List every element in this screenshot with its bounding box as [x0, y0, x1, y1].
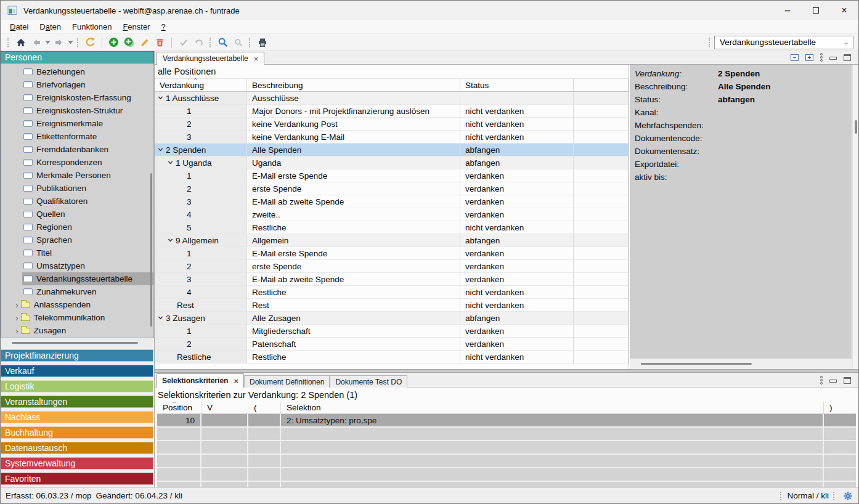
sidebar-section-logistik[interactable]: Logistik: [1, 380, 153, 392]
table-row[interactable]: 9 AllgemeinAllgemeinabfangen: [155, 234, 629, 247]
table-row[interactable]: 4Restlichenicht verdanken: [155, 286, 629, 299]
panel-maximize-icon[interactable]: [844, 54, 851, 61]
detail-horizontal-scrollbar[interactable]: [630, 359, 852, 369]
sidebar-item-telekommunikation[interactable]: ›Telekommunikation: [1, 311, 153, 324]
sidebar-item-ereigniskosten-erfassung[interactable]: Ereigniskosten-Erfassung: [1, 91, 153, 104]
expand-all-icon[interactable]: +: [805, 54, 813, 61]
table-row[interactable]: 2erste Spendeverdanken: [155, 260, 629, 273]
sidebar-section-projektfinanzierung[interactable]: Projektfinanzierung: [1, 349, 153, 362]
menu-item-?[interactable]: ?: [155, 21, 171, 33]
sidebar-section-buchhaltung[interactable]: Buchhaltung: [1, 426, 153, 439]
sidebar-item-korrespondenzen[interactable]: Korrespondenzen: [1, 156, 153, 169]
confirm-button[interactable]: [176, 35, 191, 50]
minimize-button[interactable]: –: [773, 1, 802, 20]
refresh-button[interactable]: [83, 35, 98, 50]
selection-row[interactable]: [157, 441, 856, 455]
menu-item-datei[interactable]: Datei: [4, 21, 34, 33]
sidebar-item-zusagen[interactable]: ›Zusagen: [1, 324, 153, 337]
column-header-status[interactable]: Status: [460, 79, 574, 91]
add-duplicate-button[interactable]: [121, 35, 137, 50]
table-row[interactable]: RestRestnicht verdanken: [155, 299, 629, 312]
search-button[interactable]: [215, 35, 230, 50]
chevron-expanded-icon[interactable]: [158, 314, 163, 319]
sidebar-item-beziehungen[interactable]: Beziehungen: [1, 65, 153, 78]
maximize-button[interactable]: [802, 1, 830, 20]
toolbar-grip[interactable]: [210, 38, 212, 47]
column-header-v[interactable]: V: [202, 402, 248, 413]
tree-vertical-scrollbar[interactable]: [149, 63, 153, 338]
table-row[interactable]: 5Restlichenicht verdanken: [155, 221, 629, 234]
collapse-all-icon[interactable]: −: [791, 54, 799, 61]
scrollbar-thumb[interactable]: [12, 342, 138, 344]
selection-row[interactable]: 102: Umsatztypen: pro,spe: [157, 414, 856, 428]
toolbar-grip[interactable]: [77, 38, 79, 47]
tab-close-icon[interactable]: ×: [254, 55, 259, 63]
undo-button[interactable]: [191, 35, 206, 50]
module-combobox[interactable]: Verdankungssteuertabelle ⌄: [714, 36, 853, 49]
toolbar-grip[interactable]: [709, 38, 711, 47]
panel-minimize-icon[interactable]: [829, 57, 837, 60]
sidebar-item-etikettenformate[interactable]: Etikettenformate: [1, 130, 153, 143]
edit-button[interactable]: [137, 35, 152, 50]
sidebar-section-nachlass[interactable]: Nachlass: [1, 411, 153, 423]
panel-minimize-icon[interactable]: [829, 380, 837, 383]
table-row[interactable]: 2 SpendenAlle Spendenabfangen: [155, 144, 629, 156]
table-row[interactable]: RestlicheRestlichenicht verdanken: [155, 351, 629, 364]
sidebar-item-sprachen[interactable]: Sprachen: [1, 234, 153, 246]
tab-close-icon[interactable]: ×: [234, 377, 238, 385]
tab-dokumente-test-do[interactable]: Dokumente Test DO: [330, 375, 407, 388]
sidebar-item-zunahmekurven[interactable]: Zunahmekurven: [1, 285, 153, 298]
toolbar-grip[interactable]: [249, 38, 251, 47]
table-row[interactable]: 2erste Spendeverdanken: [155, 182, 629, 195]
sidebar-item-verdankungssteuertabelle[interactable]: Verdankungssteuertabelle: [1, 272, 153, 285]
tab-dokument-definitionen[interactable]: Dokument Definitionen: [244, 375, 330, 388]
table-row[interactable]: 1 UgandaUgandaabfangen: [155, 156, 629, 169]
table-row[interactable]: 3E-Mail ab zweite Spendeverdanken: [155, 273, 629, 286]
column-header-selektion[interactable]: Selektion: [281, 402, 824, 413]
close-button[interactable]: ×: [830, 1, 858, 20]
table-row[interactable]: 1Major Donors - mit Projektfinanzierung …: [155, 105, 629, 118]
detail-vertical-scrollbar[interactable]: [852, 65, 858, 369]
sidebar-item-umsatztypen[interactable]: Umsatztypen: [1, 259, 153, 272]
search-secondary-button[interactable]: [230, 35, 246, 50]
back-history-caret[interactable]: [44, 35, 51, 50]
print-button[interactable]: [254, 35, 270, 50]
chevron-expanded-icon[interactable]: [168, 159, 173, 163]
sidebar-item-publikationen[interactable]: Publikationen: [1, 182, 153, 195]
table-row[interactable]: 1E-Mail erste Spendeverdanken: [155, 169, 629, 182]
sidebar-header-personen[interactable]: Personen: [1, 51, 154, 63]
sidebar-item-fremddatenbanken[interactable]: Fremddatenbanken: [1, 143, 153, 156]
sidebar-item-regionen[interactable]: Regionen: [1, 221, 153, 234]
table-row[interactable]: 3 ZusagenAlle Zusagenabfangen: [155, 312, 629, 325]
toolbar-grip[interactable]: [7, 38, 10, 47]
table-row[interactable]: 1E-Mail erste Spendeverdanken: [155, 247, 629, 260]
scrollbar-thumb[interactable]: [855, 120, 857, 134]
sidebar-section-systemverwaltung[interactable]: Systemverwaltung: [1, 457, 153, 469]
sidebar-section-favoriten[interactable]: Favoriten: [1, 473, 153, 485]
sidebar-item-anlassspenden[interactable]: ›Anlassspenden: [1, 298, 153, 311]
table-row[interactable]: 1Mitgliederschaftverdanken: [155, 325, 629, 338]
sidebar-section-verkauf[interactable]: Verkauf: [1, 365, 153, 377]
sidebar-item-quellen[interactable]: Quellen: [1, 208, 153, 221]
tab-selektionskriterien[interactable]: Selektionskriterien×: [157, 373, 244, 388]
table-row[interactable]: 3E-Mail ab zweite Spendeverdanken: [155, 195, 629, 208]
chevron-expanded-icon[interactable]: [158, 94, 163, 99]
selection-row[interactable]: [157, 428, 856, 441]
chevron-expanded-icon[interactable]: [158, 146, 163, 150]
sidebar-item-ereignismerkmale[interactable]: Ereignismerkmale: [1, 117, 153, 130]
menu-item-funktionen[interactable]: Funktionen: [67, 21, 117, 33]
column-header-verdankung[interactable]: Verdankung ^: [155, 79, 247, 91]
selection-row[interactable]: [157, 468, 856, 482]
table-row[interactable]: 4zweite..verdanken: [155, 208, 629, 221]
column-header-close-paren[interactable]: ): [824, 402, 856, 413]
add-button[interactable]: [106, 35, 121, 50]
sidebar-item-merkmale-personen[interactable]: Merkmale Personen: [1, 169, 153, 182]
forward-button[interactable]: [51, 35, 67, 50]
sidebar-item-titel[interactable]: Titel: [1, 246, 153, 259]
selection-row[interactable]: [157, 482, 856, 487]
scrollbar-thumb[interactable]: [641, 363, 752, 365]
sidebar-section-veranstaltungen[interactable]: Veranstaltungen: [1, 396, 153, 408]
table-row[interactable]: 2Patenschaftverdanken: [155, 338, 629, 351]
filter-label[interactable]: alle Positionen: [155, 65, 629, 78]
sidebar-section-datenaustausch[interactable]: Datenaustausch: [1, 442, 153, 454]
